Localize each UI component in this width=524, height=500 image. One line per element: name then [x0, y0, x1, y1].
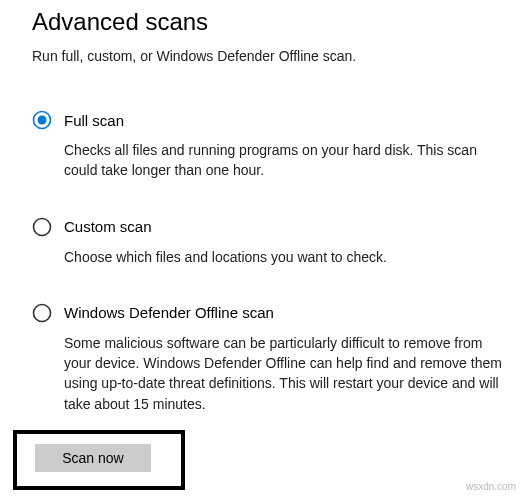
page-title: Advanced scans — [32, 8, 524, 36]
option-label-full: Full scan — [64, 112, 124, 129]
option-custom-scan: Custom scan Choose which files and locat… — [32, 217, 524, 267]
scan-now-highlight: Scan now — [13, 430, 185, 490]
option-offline-scan: Windows Defender Offline scan Some malic… — [32, 303, 524, 414]
radio-unselected-icon — [32, 303, 52, 323]
radio-offline-scan[interactable]: Windows Defender Offline scan — [32, 303, 524, 323]
option-full-scan: Full scan Checks all files and running p… — [32, 110, 524, 181]
option-label-offline: Windows Defender Offline scan — [64, 304, 274, 321]
radio-custom-scan[interactable]: Custom scan — [32, 217, 524, 237]
svg-point-3 — [34, 304, 51, 321]
radio-full-scan[interactable]: Full scan — [32, 110, 524, 130]
radio-selected-icon — [32, 110, 52, 130]
svg-point-2 — [34, 218, 51, 235]
option-desc-full: Checks all files and running programs on… — [64, 140, 524, 181]
option-desc-offline: Some malicious software can be particula… — [64, 333, 524, 414]
option-label-custom: Custom scan — [64, 218, 152, 235]
radio-unselected-icon — [32, 217, 52, 237]
watermark: wsxdn.com — [466, 481, 516, 492]
svg-point-1 — [38, 116, 47, 125]
option-desc-custom: Choose which files and locations you wan… — [64, 247, 524, 267]
page-subtitle: Run full, custom, or Windows Defender Of… — [32, 48, 524, 64]
scan-now-button[interactable]: Scan now — [35, 444, 151, 472]
